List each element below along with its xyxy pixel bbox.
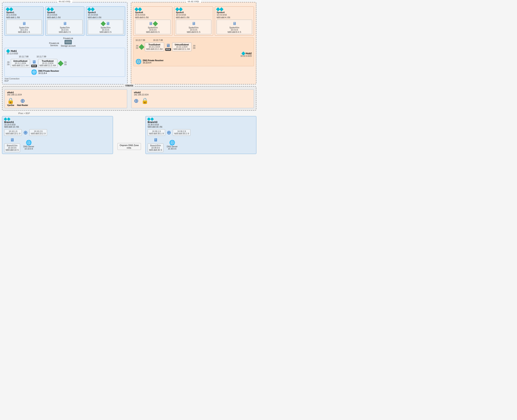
hub2-trust-cidr4: 10.22.2.0/24: [146, 46, 163, 48]
branch3-router1-box: 10.30.1.9 fd00:db8:30:1::9: [148, 129, 165, 136]
branch3-dns-ip: 10.30.0.6: [168, 148, 177, 150]
branch3-vm-area: 🖥 Branch3Vm 10.30.0.5 fd00:db8:30::5: [148, 137, 163, 152]
vhub1-router-label: Hub Router: [17, 104, 28, 106]
branches-row: Branch1 10.10.0.0/16 fd00:db8:10::/56 10…: [2, 116, 256, 154]
hub1-nva-area: 🖥 NVA: [31, 59, 37, 67]
hub1-untrust-title: UntrustSubnet: [12, 60, 29, 62]
top-regions-row: eu.az.corp. Spoke1 10.1.0.0/16 fd00:db8:…: [2, 2, 256, 84]
vhub1-addr: 192.168.11.0/24: [7, 94, 124, 96]
spoke3-cidr4: 10.3.0.0/16: [88, 14, 123, 16]
eu-privatelink-area: PrivateLinkServices PrivateLink Storage …: [4, 37, 125, 47]
hub2-trust-box: TrustSubnet 10.22.2.0/24 fd00:db8:22:2::…: [145, 43, 164, 51]
spoke4-cidr4: 10.4.0.0/16: [217, 14, 252, 16]
branch3-r1-ip4: 10.30.1.9: [149, 130, 164, 133]
branch1-peer-icon-r: [7, 118, 11, 121]
spoke6-diamond-icon: [153, 21, 158, 26]
spoke3-vm-ip6: fd00:db8:3::5: [89, 31, 122, 33]
branch3-vm-inner: Branch3Vm 10.30.0.5 fd00:db8:30::5: [148, 143, 163, 152]
hub2-dns-ip: 10.22.8.4: [143, 62, 163, 64]
branch1-vm-ip6: fd00:db8:10::5: [6, 149, 19, 151]
vhub1-box: vHub1 192.168.11.0/24 🔒 VpnGw ⊕ Hub Rout…: [4, 89, 127, 108]
spoke2-cidr4: 10.2.0.0/16: [47, 14, 83, 16]
branch1-dns-icon: 🌐: [26, 140, 32, 145]
branch1-vm-inner: Branch1Vm 10.10.0.5 fd00:db8:10::5: [4, 143, 20, 152]
hub2-title-area: Hub2 10.22.0.0/20: [136, 52, 252, 57]
branch3-r2-ip6: fd00:db8:30:2::9: [174, 133, 189, 135]
hub2-trust-cidr6: fd00:db8:22:2::/64: [146, 48, 163, 50]
branch1-title: Branch1: [4, 121, 111, 124]
eu-spokes: Spoke1 10.1.0.0/16 fd00:db8:1::/56 🖥 Spo…: [4, 7, 125, 36]
spoke6-peer-icon-right: [138, 7, 142, 11]
vhub1-router-area: ⊕ Hub Router: [17, 98, 28, 106]
branch3-vm-name: Branch3Vm: [149, 144, 162, 147]
spoke6-vm-ip4: 10.6.0.5: [137, 29, 169, 31]
branch3-r1-ip6: fd00:db8:30:1::9: [149, 133, 164, 135]
hub2-title: Hub2: [246, 52, 252, 55]
hub2-trust-title: TrustSubnet: [146, 44, 163, 46]
branch3-cidr4: 10.30.0.0/16: [148, 124, 254, 126]
branch1-cidr4: 10.10.0.0/16: [4, 124, 111, 126]
svg-rect-1: [66, 41, 70, 42]
hub2-left-diamond: [139, 44, 144, 50]
spoke2-box: Spoke2 10.2.0.0/16 fd00:db8:2::/56 🖥 Spo…: [45, 7, 84, 36]
branch1-dns-name: DNS Server: [23, 145, 34, 148]
eu-hub1-header: Hub1: [7, 50, 123, 52]
branch1-r2-ip6: fd00:db8:10:2::9: [31, 133, 46, 135]
spoke5-vm-ip6: fd00:db8:8:5::5: [177, 31, 210, 33]
hub1-untrust-box: UntrustSubnet 10.11.1.0/24 fd00:db8:11:1…: [11, 59, 30, 68]
vhub1-vpngw-area: 🔒 VpnGw: [7, 98, 14, 106]
us-corp-region: us.az.corp. Spoke6 10.6.0.0/16 fd00:db8:…: [131, 2, 256, 84]
branch1-router-icon: ⊕: [23, 129, 28, 136]
onprem-dns-zone: Onprem DNS Zone corp.: [117, 143, 141, 150]
spoke4-vm-name: Spoke4Vm: [218, 27, 251, 29]
vhub2-router-icon: ⊕: [134, 98, 139, 104]
hub1-ip1: 10.11.7.88: [19, 55, 28, 58]
vhub2-title: vHub2: [134, 91, 251, 94]
spoke4-monitor-icon: 🖥: [232, 21, 237, 26]
branch3-dns-area: 🌐 DNS Server 10.30.0.6: [167, 140, 177, 150]
spoke4-cidr6: fd00:db8:4::/56: [217, 16, 252, 19]
branch1-r1-ip6: fd00:db8:10:1::9: [6, 133, 20, 135]
spoke6-cidr6: fd00:db8:6::/56: [135, 16, 170, 19]
spoke1-box: Spoke1 10.1.0.0/16 fd00:db8:1::/56 🖥 Spo…: [4, 7, 44, 36]
hub1-dns-ip: 10.11.8.4: [38, 72, 59, 74]
spoke1-monitor-icon: 🖥: [22, 21, 26, 26]
spoke2-monitor-icon: 🖥: [63, 21, 67, 26]
hub1-nva-diamond: [58, 60, 63, 66]
spoke6-cidr4: 10.6.0.0/16: [135, 14, 170, 16]
hub2-dns-row: 🌐 DNS Private Resolver 10.22.8.4: [136, 59, 252, 64]
pl-label-area: PrivateLink Storage account: [61, 37, 76, 47]
branch1-r1-ip4: 10.10.1.9: [6, 130, 20, 133]
hub2-untrust-box: UntrustSubnet 10.22.1.0/24 fd00:db8:22:1…: [172, 43, 192, 51]
hub2-cidr4: 10.22.0.0/20: [136, 55, 252, 57]
onprem-dns-line2: corp.: [120, 146, 139, 149]
hub2-ip-labels: 10.22.7.99 10.22.7.88: [136, 39, 252, 41]
pl-services-label: PrivateLinkServices: [49, 42, 59, 47]
vhub2-lock-icon: 🔒: [141, 98, 148, 104]
vwan-section: VWAN vHub1 192.168.11.0/24 🔒 VpnGw ⊕ Hub…: [2, 86, 256, 111]
vhub1-title: vHub1: [7, 91, 124, 94]
spoke1-cidr4: 10.1.0.0/16: [6, 14, 42, 16]
us-region-label: us.az.corp.: [186, 0, 201, 3]
spoke4-peer-icon-right: [219, 7, 224, 11]
hub1-monitor-icon: 🖥: [32, 59, 36, 65]
branch3-r2-ip4: 10.30.2.9: [174, 130, 189, 133]
hub1-untrust-cidr6: fd00:db8:11:1::/64: [12, 64, 29, 67]
branch3-routers: 10.30.1.9 fd00:db8:30:1::9 ⊕ 10.30.2.9 f…: [148, 129, 254, 136]
storage-account-label: Storage account: [61, 45, 76, 47]
spoke5-box: Spoke5 10.5.0.0/16 fd00:db8:5::/56 🖥 Spo…: [174, 7, 213, 36]
vwan-label: VWAN: [124, 84, 135, 87]
spoke2-vm-ip6: fd00:db8:2::5: [48, 31, 81, 33]
hub2-ip2: 10.22.7.88: [153, 39, 163, 41]
vwan-inner: vHub1 192.168.11.0/24 🔒 VpnGw ⊕ Hub Rout…: [4, 89, 254, 108]
branch1-peer-icon-l: [4, 118, 7, 121]
spoke4-vm-ip6: fd00:db8:8:4::5: [218, 31, 251, 33]
spoke2-title: Spoke2: [47, 11, 83, 14]
branch1-cidr6: fd00:db8:10::/56: [4, 126, 111, 128]
hub2-untrust-cidr6: fd00:db8:22:1::/64: [174, 48, 190, 50]
spoke1-vm-name: Spoke1Vm: [8, 27, 40, 29]
pl-services-area: PrivateLinkServices: [49, 42, 59, 47]
hub1-nva-badge: NVA: [31, 65, 37, 67]
spoke3-peer-icon-right: [91, 7, 95, 11]
branch1-routers: 10.10.1.9 fd00:db8:10:1::9 ⊕ 10.10.2.9 f…: [4, 129, 111, 136]
